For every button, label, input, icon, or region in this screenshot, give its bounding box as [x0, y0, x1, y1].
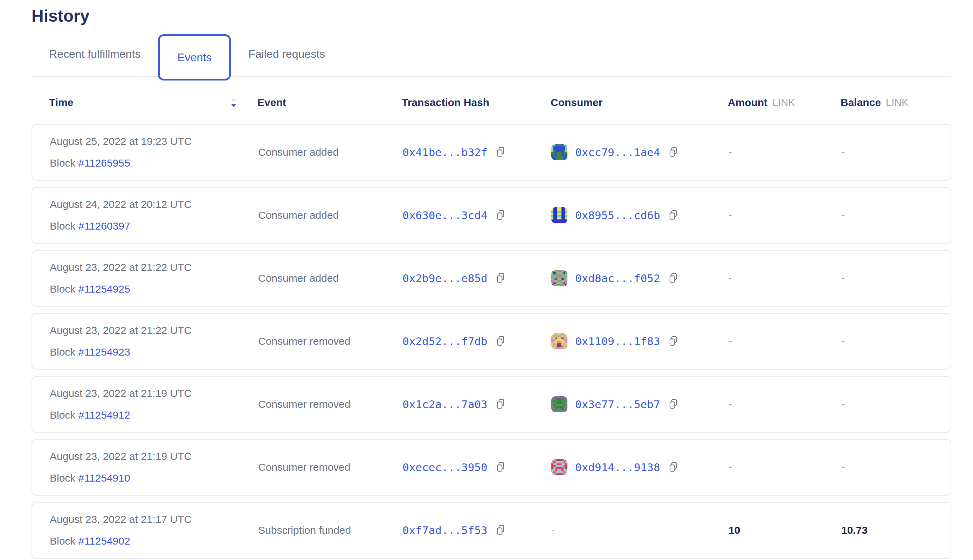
copy-icon[interactable] [495, 398, 506, 410]
tab-events[interactable]: Events [158, 34, 231, 80]
block-number-link[interactable]: #11254912 [79, 409, 130, 421]
row-event: Consumer removed [258, 398, 403, 410]
row-amount: - [729, 146, 841, 158]
transaction-hash-cell: 0xecec...3950 [403, 461, 551, 473]
transaction-hash-link[interactable]: 0x2b9e...e85d [403, 272, 488, 285]
transaction-hash-cell: 0xf7ad...5f53 [403, 524, 551, 537]
row-event: Consumer removed [258, 335, 403, 347]
consumer-avatar-icon [551, 270, 567, 286]
block-number-link[interactable]: #11254923 [79, 346, 130, 358]
row-amount: - [729, 272, 841, 284]
page-title: History [32, 8, 973, 25]
balance-column-label: Balance [841, 97, 881, 108]
time-cell: August 23, 2022 at 21:19 UTC Block #1125… [50, 387, 258, 422]
row-balance: - [841, 146, 951, 158]
consumer-cell: 0xd914...9138 [551, 459, 729, 475]
time-cell: August 23, 2022 at 21:22 UTC Block #1125… [50, 324, 258, 358]
block-number-link[interactable]: #11254925 [79, 283, 130, 295]
copy-icon[interactable] [495, 335, 506, 347]
copy-icon[interactable] [495, 461, 506, 473]
transaction-hash-link[interactable]: 0xecec...3950 [403, 461, 488, 473]
block-label: Block [50, 157, 79, 169]
tab-bar: Recent fulfillments Events Failed reques… [32, 32, 951, 77]
copy-icon[interactable] [495, 146, 506, 158]
consumer-address-link[interactable]: 0xd914...9138 [575, 461, 660, 473]
block-number-link[interactable]: #11265955 [79, 157, 130, 169]
consumer-cell: 0x1109...1f83 [551, 333, 729, 349]
block-label: Block [50, 409, 79, 421]
copy-icon[interactable] [668, 209, 679, 221]
block-label: Block [50, 283, 79, 295]
row-date: August 23, 2022 at 21:22 UTC [50, 324, 258, 337]
column-header-event: Event [257, 97, 402, 108]
row-amount: - [729, 398, 841, 410]
amount-column-label: Amount [728, 97, 767, 108]
row-balance: - [841, 209, 951, 221]
row-event: Consumer added [258, 146, 403, 158]
transaction-hash-link[interactable]: 0x630e...3cd4 [403, 209, 488, 222]
row-date: August 23, 2022 at 21:19 UTC [50, 450, 258, 463]
column-header-transaction-hash: Transaction Hash [402, 97, 551, 108]
block-label: Block [50, 535, 79, 547]
copy-icon[interactable] [495, 209, 506, 221]
transaction-hash-cell: 0x2d52...f7db [403, 335, 551, 348]
column-header-balance: BalanceLINK [841, 97, 951, 108]
row-balance: - [841, 461, 951, 473]
time-cell: August 24, 2022 at 20:12 UTC Block #1126… [50, 198, 258, 232]
copy-icon[interactable] [668, 398, 679, 410]
block-number-link[interactable]: #11260397 [79, 220, 130, 232]
row-amount: 10 [729, 524, 841, 536]
consumer-avatar-icon [551, 207, 567, 223]
row-balance: - [841, 335, 951, 347]
transaction-hash-link[interactable]: 0x1c2a...7a03 [403, 398, 488, 410]
amount-unit-label: LINK [772, 97, 795, 108]
consumer-cell: 0xcc79...1ae4 [551, 144, 729, 160]
row-balance: 10.73 [841, 524, 951, 536]
time-cell: August 23, 2022 at 21:17 UTC Block #1125… [50, 513, 258, 547]
row-event: Consumer added [258, 209, 403, 221]
block-number-link[interactable]: #11254902 [79, 535, 130, 547]
block-number-link[interactable]: #11254910 [79, 472, 130, 484]
row-date: August 23, 2022 at 21:22 UTC [50, 261, 258, 274]
consumer-address-link[interactable]: 0x8955...cd6b [575, 209, 660, 222]
table-row: August 23, 2022 at 21:19 UTC Block #1125… [32, 376, 951, 433]
copy-icon[interactable] [668, 335, 679, 347]
copy-icon[interactable] [495, 272, 506, 284]
row-event: Consumer removed [258, 461, 403, 473]
block-label: Block [50, 472, 79, 484]
time-cell: August 23, 2022 at 21:22 UTC Block #1125… [50, 261, 258, 295]
consumer-avatar-icon [551, 333, 567, 349]
table-header: Time Event Transaction Hash Consumer Amo… [49, 77, 951, 124]
consumer-address-link[interactable]: 0xd8ac...f052 [575, 272, 660, 285]
row-date: August 23, 2022 at 21:19 UTC [50, 387, 258, 400]
copy-icon[interactable] [668, 272, 679, 284]
transaction-hash-link[interactable]: 0x2d52...f7db [403, 335, 488, 348]
column-header-amount: AmountLINK [728, 97, 841, 108]
consumer-cell: 0x3e77...5eb7 [551, 396, 729, 412]
consumer-empty-value: - [551, 524, 555, 536]
transaction-hash-link[interactable]: 0xf7ad...5f53 [403, 524, 488, 537]
table-row: August 23, 2022 at 21:22 UTC Block #1125… [32, 313, 951, 370]
consumer-cell: - [551, 524, 729, 536]
row-date: August 25, 2022 at 19:23 UTC [50, 135, 258, 148]
row-event: Subscription funded [258, 524, 403, 536]
transaction-hash-cell: 0x1c2a...7a03 [403, 398, 551, 410]
tab-recent-fulfillments[interactable]: Recent fulfillments [32, 48, 158, 60]
copy-icon[interactable] [668, 461, 679, 473]
table-row: August 23, 2022 at 21:19 UTC Block #1125… [32, 439, 951, 496]
table-row: August 23, 2022 at 21:22 UTC Block #1125… [32, 250, 951, 307]
consumer-address-link[interactable]: 0xcc79...1ae4 [575, 146, 660, 158]
column-header-time[interactable]: Time [49, 97, 257, 108]
consumer-address-link[interactable]: 0x3e77...5eb7 [575, 398, 660, 410]
row-amount: - [729, 335, 841, 347]
transaction-hash-link[interactable]: 0x41be...b32f [403, 146, 488, 158]
row-event: Consumer added [258, 272, 403, 284]
copy-icon[interactable] [495, 524, 506, 536]
consumer-avatar-icon [551, 459, 567, 475]
table-row: August 25, 2022 at 19:23 UTC Block #1126… [32, 124, 951, 181]
transaction-hash-cell: 0x2b9e...e85d [403, 272, 551, 285]
consumer-address-link[interactable]: 0x1109...1f83 [575, 335, 660, 348]
copy-icon[interactable] [668, 146, 679, 158]
tab-failed-requests[interactable]: Failed requests [231, 48, 343, 60]
block-label: Block [50, 220, 79, 232]
